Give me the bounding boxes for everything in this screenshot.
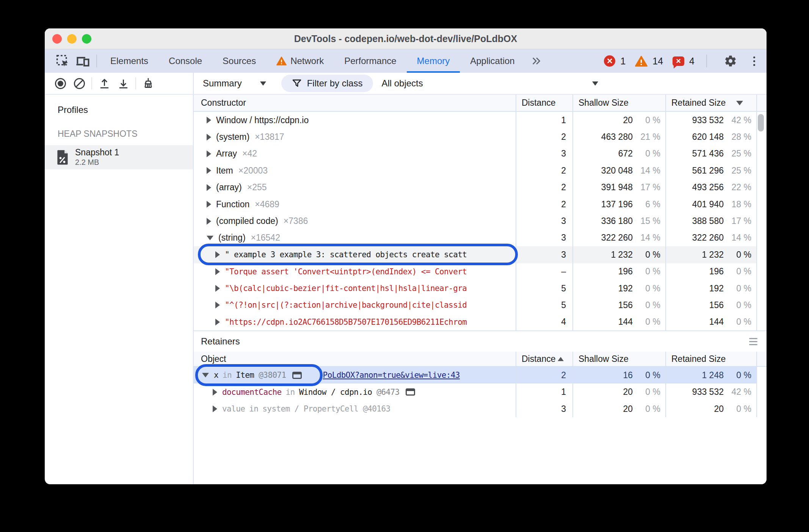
retainer-property: value [222,404,245,413]
tab-console[interactable]: Console [158,49,212,73]
column-header-shallow-size[interactable]: Shallow Size [572,95,665,111]
shallow-size-cell: 6720 % [572,146,665,162]
snapshot-name: Snapshot 1 [75,148,119,157]
disclosure-triangle-icon[interactable] [213,405,217,412]
retainer-property: x [214,371,218,380]
save-profile-icon[interactable] [114,75,133,92]
disclosure-triangle-icon[interactable] [215,319,220,325]
tab-performance[interactable]: Performance [334,49,406,73]
disclosure-triangle-icon[interactable] [207,201,211,208]
constructor-cell: "\b(calc|cubic-bezier|fit-content|hsl|hs… [194,280,516,297]
disclosure-triangle-icon[interactable] [215,251,220,258]
reveal-icon[interactable] [292,372,302,379]
tab-sources[interactable]: Sources [212,49,266,73]
reveal-icon[interactable] [406,388,415,396]
retainer-row[interactable]: valueinsystem / PropertyCell@401633200 %… [194,401,767,417]
column-header-constructor[interactable]: Constructor [194,95,516,111]
column-header-shallow-size[interactable]: Shallow Size [572,352,665,366]
clear-profiles-icon[interactable] [70,75,89,92]
more-tabs-button[interactable] [525,49,547,73]
error-count-icon[interactable]: ✕ [604,55,615,67]
scroll-gutter [756,352,767,366]
constructor-cell: "^(?!on|src|(?:action|archive|background… [194,297,516,313]
disclosure-triangle-icon[interactable] [207,167,211,174]
constructor-row[interactable]: (compiled code)×73863336 18015 %388 5801… [194,213,767,229]
disclosure-triangle-icon[interactable] [215,268,220,275]
tab-memory[interactable]: Memory [407,49,460,73]
disclosure-triangle-icon[interactable] [207,184,211,191]
retainer-row[interactable]: xinItem@38071PoLdbOX?anon=true&view=live… [194,367,767,383]
constructor-row[interactable]: "\b(calc|cubic-bezier|fit-content|hsl|hs… [194,280,767,297]
column-header-distance[interactable]: Distance [516,95,572,111]
column-header-object[interactable]: Object [194,352,516,366]
retainer-object-id: @38071 [259,371,286,380]
warning-count-icon[interactable] [635,56,648,67]
constructor-row[interactable]: (system)×138172463 28021 %620 14828 % [194,128,767,145]
load-profile-icon[interactable] [95,75,114,92]
shallow-size-cell: 200 % [572,112,665,128]
retained-size-cell: 561 29625 % [665,162,756,179]
tab-network[interactable]: Network [266,49,334,73]
zoom-window-button[interactable] [82,34,91,44]
disclosure-triangle-icon[interactable] [202,373,209,377]
disclosure-triangle-icon[interactable] [207,117,211,124]
retained-size-cell: 401 94018 % [665,196,756,213]
constructor-row[interactable]: "Torque assert 'Convert<uintptr>(endInde… [194,263,767,280]
inspect-element-icon[interactable] [52,49,73,73]
constructor-cell: "Torque assert 'Convert<uintptr>(endInde… [194,263,516,280]
constructor-row[interactable]: Array×4236720 %571 43625 % [194,146,767,162]
perspective-select[interactable]: Summary [203,78,266,89]
warning-count: 14 [652,56,663,67]
distance-cell: 2 [516,162,572,179]
scroll-gutter [756,162,767,179]
distance-cell: 5 [516,280,572,297]
disclosure-triangle-icon[interactable] [207,236,213,240]
constructor-cell: Array×42 [194,146,516,162]
retainer-connector: in [286,388,295,397]
disclosure-triangle-icon[interactable] [215,302,220,308]
collect-garbage-icon[interactable] [139,75,158,92]
constructor-row[interactable]: (string)×165423322 26014 %322 26014 % [194,230,767,246]
constructor-row[interactable]: Function×46892137 1966 %401 94018 % [194,196,767,213]
sort-ascending-icon [558,357,564,361]
object-filter-select[interactable]: All objects [381,78,598,89]
constructor-row[interactable]: (array)×2552391 94817 %493 25622 % [194,179,767,196]
tab-elements[interactable]: Elements [100,49,158,73]
constructor-row[interactable]: " example 3 example 3: scattered objects… [194,246,767,263]
record-heap-snapshot-icon[interactable] [51,75,70,92]
disclosure-triangle-icon[interactable] [215,285,220,292]
disclosure-triangle-icon[interactable] [213,389,217,396]
instance-count: ×16542 [251,233,280,243]
minimize-window-button[interactable] [67,34,77,44]
constructor-row[interactable]: "^(?!on|src|(?:action|archive|background… [194,297,767,313]
disclosure-triangle-icon[interactable] [207,218,211,225]
column-header-retained-size[interactable]: Retained Size [665,95,756,111]
shallow-size-cell: 391 94817 % [572,179,665,196]
constructor-row[interactable]: Item×200032320 04814 %561 29625 % [194,162,767,179]
constructor-row[interactable]: "https://cdpn.io2AC766158D5B7507E170156E… [194,314,767,330]
issues-count-icon[interactable]: ✕ [673,56,684,66]
kebab-menu-icon[interactable] [752,55,757,67]
chevron-down-icon [592,81,598,86]
device-toolbar-icon[interactable] [73,49,93,73]
instance-count: ×42 [242,149,257,159]
disclosure-triangle-icon[interactable] [207,150,211,157]
filter-by-class-button[interactable]: Filter by class [281,75,373,92]
retainer-object-id: @6473 [376,388,399,397]
close-window-button[interactable] [52,34,62,44]
source-location-link[interactable]: PoLdbOX?anon=true&view=live:43 [323,371,460,380]
column-header-retained-size[interactable]: Retained Size [665,352,756,366]
tab-application[interactable]: Application [460,49,525,73]
disclosure-triangle-icon[interactable] [207,134,211,141]
constructor-row[interactable]: Window / https://cdpn.io1200 %933 53242 … [194,112,767,128]
scroll-gutter [756,314,767,330]
retainer-row[interactable]: documentCacheinWindow / cdpn.io@64731200… [194,383,767,400]
sidebar-item-snapshot-1[interactable]: Snapshot 1 2.2 MB [45,145,193,169]
settings-gear-icon[interactable] [724,55,737,67]
column-header-distance[interactable]: Distance [516,352,572,366]
shallow-size-cell: 463 28021 % [572,128,665,145]
scroll-gutter [756,146,767,162]
retainers-menu-icon[interactable] [749,338,757,345]
chevron-down-icon [260,81,266,86]
vertical-scrollbar-thumb[interactable] [758,114,764,131]
